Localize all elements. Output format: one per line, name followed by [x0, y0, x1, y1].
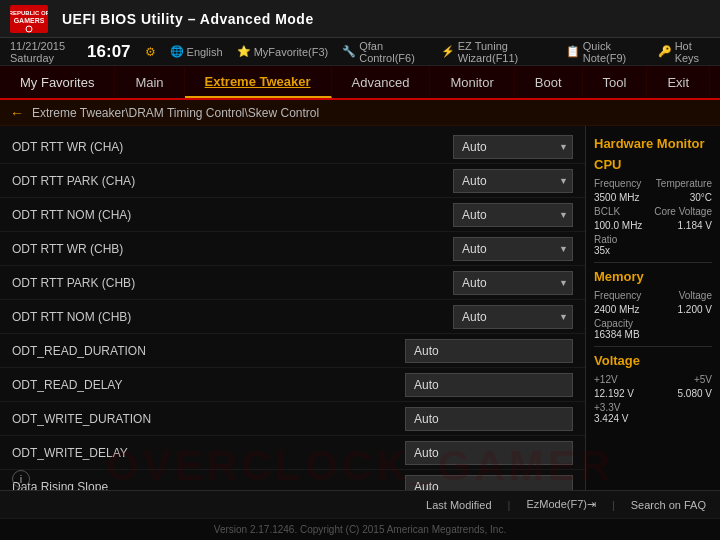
odt-read-delay-label: ODT_READ_DELAY — [12, 378, 405, 392]
odt-write-delay-value — [405, 441, 573, 465]
info-icon[interactable]: i — [12, 470, 30, 488]
cpu-ratio-row: Ratio 35x — [594, 234, 712, 256]
eztuning-label: EZ Tuning Wizard(F11) — [458, 40, 552, 64]
tab-boot[interactable]: Boot — [515, 66, 583, 98]
odt-rtt-wr-chb-select[interactable]: Auto — [453, 237, 573, 261]
hw-divider-1 — [594, 262, 712, 263]
voltage-12v-value: 12.192 V — [594, 388, 634, 399]
language-icon: 🌐 — [170, 45, 184, 58]
odt-rtt-park-chb-select[interactable]: Auto — [453, 271, 573, 295]
nav-tabs: My Favorites Main Extreme Tweaker Advanc… — [0, 66, 720, 100]
voltage-5v-value: 5.080 V — [678, 388, 712, 399]
cpu-corevoltage-label: Core Voltage — [654, 206, 712, 217]
breadcrumb: ← Extreme Tweaker\DRAM Timing Control\Sk… — [0, 100, 720, 126]
voltage-33v-label: +3.3V — [594, 402, 712, 413]
cpu-frequency-value-row: 3500 MHz 30°C — [594, 192, 712, 203]
voltage-33v-value: 3.424 V — [594, 413, 712, 424]
main-layout: ODT RTT WR (CHA) Auto ODT RTT PARK (CHA)… — [0, 126, 720, 490]
list-item: ODT_READ_DURATION — [0, 334, 585, 368]
data-rising-slope-label: Data Rising Slope — [12, 480, 405, 491]
toolbar-hotkeys[interactable]: 🔑 Hot Keys — [658, 40, 710, 64]
mem-capacity-value: 16384 MB — [594, 329, 712, 340]
cpu-bclk-value: 100.0 MHz — [594, 220, 642, 231]
mem-voltage-label: Voltage — [679, 290, 712, 301]
odt-write-delay-label: ODT_WRITE_DELAY — [12, 446, 405, 460]
cpu-section-title: CPU — [594, 157, 712, 172]
voltage-5v-label: +5V — [694, 374, 712, 385]
odt-rtt-park-cha-label: ODT RTT PARK (CHA) — [12, 174, 453, 188]
tab-myfavorites[interactable]: My Favorites — [0, 66, 115, 98]
cpu-frequency-row: Frequency Temperature — [594, 178, 712, 189]
cpu-frequency-value: 3500 MHz — [594, 192, 640, 203]
odt-write-duration-value — [405, 407, 573, 431]
toolbar: 11/21/2015 Saturday 16:07 ⚙ 🌐 English ⭐ … — [0, 38, 720, 66]
toolbar-language[interactable]: 🌐 English — [170, 45, 223, 58]
back-arrow-icon[interactable]: ← — [10, 105, 24, 121]
mem-frequency-value: 2400 MHz — [594, 304, 640, 315]
voltage-section-title: Voltage — [594, 353, 712, 368]
tab-tool[interactable]: Tool — [583, 66, 648, 98]
tab-main[interactable]: Main — [115, 66, 184, 98]
qfan-icon: 🔧 — [342, 45, 356, 58]
list-item: ODT_WRITE_DELAY — [0, 436, 585, 470]
cpu-ratio-label: Ratio — [594, 234, 712, 245]
mem-voltage-value: 1.200 V — [678, 304, 712, 315]
odt-rtt-nom-chb-value: Auto — [453, 305, 573, 329]
settings-panel: ODT RTT WR (CHA) Auto ODT RTT PARK (CHA)… — [0, 126, 585, 490]
ezmode-button[interactable]: EzMode(F7)⇥ — [526, 498, 596, 511]
list-item: ODT_READ_DELAY — [0, 368, 585, 402]
odt-rtt-wr-chb-label: ODT RTT WR (CHB) — [12, 242, 453, 256]
odt-write-delay-input[interactable] — [405, 441, 573, 465]
data-rising-slope-value — [405, 475, 573, 491]
odt-rtt-nom-cha-select[interactable]: Auto — [453, 203, 573, 227]
odt-write-duration-label: ODT_WRITE_DURATION — [12, 412, 405, 426]
favorite-icon: ⭐ — [237, 45, 251, 58]
odt-rtt-nom-chb-select[interactable]: Auto — [453, 305, 573, 329]
voltage-12v-row: +12V +5V — [594, 374, 712, 385]
voltage-12v-value-row: 12.192 V 5.080 V — [594, 388, 712, 399]
status-bar: Last Modified | EzMode(F7)⇥ | Search on … — [0, 490, 720, 518]
odt-rtt-nom-cha-label: ODT RTT NOM (CHA) — [12, 208, 453, 222]
tab-exit[interactable]: Exit — [647, 66, 710, 98]
gear-icon[interactable]: ⚙ — [145, 45, 156, 59]
odt-rtt-nom-chb-label: ODT RTT NOM (CHB) — [12, 310, 453, 324]
mem-frequency-label: Frequency — [594, 290, 641, 301]
toolbar-eztuning[interactable]: ⚡ EZ Tuning Wizard(F11) — [441, 40, 552, 64]
data-rising-slope-input[interactable] — [405, 475, 573, 491]
toolbar-myfavorite[interactable]: ⭐ MyFavorite(F3) — [237, 45, 329, 58]
list-item: ODT_WRITE_DURATION — [0, 402, 585, 436]
toolbar-qfan[interactable]: 🔧 Qfan Control(F6) — [342, 40, 427, 64]
odt-rtt-wr-cha-label: ODT RTT WR (CHA) — [12, 140, 453, 154]
mem-frequency-value-row: 2400 MHz 1.200 V — [594, 304, 712, 315]
odt-write-duration-input[interactable] — [405, 407, 573, 431]
odt-read-duration-value — [405, 339, 573, 363]
odt-rtt-wr-cha-select[interactable]: Auto — [453, 135, 573, 159]
odt-read-duration-input[interactable] — [405, 339, 573, 363]
mem-capacity-label: Capacity — [594, 318, 712, 329]
cpu-temperature-label: Temperature — [656, 178, 712, 189]
toolbar-quicknote[interactable]: 📋 Quick Note(F9) — [566, 40, 644, 64]
hw-monitor-title: Hardware Monitor — [594, 136, 712, 151]
list-item: ODT RTT NOM (CHB) Auto — [0, 300, 585, 334]
odt-rtt-park-chb-value: Auto — [453, 271, 573, 295]
hotkeys-icon: 🔑 — [658, 45, 672, 58]
odt-rtt-wr-cha-value: Auto — [453, 135, 573, 159]
favorite-label: MyFavorite(F3) — [254, 46, 329, 58]
search-faq-button[interactable]: Search on FAQ — [631, 499, 706, 511]
odt-rtt-park-cha-select[interactable]: Auto — [453, 169, 573, 193]
tab-extreme-tweaker[interactable]: Extreme Tweaker — [185, 66, 332, 98]
voltage-12v-label: +12V — [594, 374, 618, 385]
quicknote-label: Quick Note(F9) — [583, 40, 644, 64]
footer-text: Version 2.17.1246. Copyright (C) 2015 Am… — [214, 524, 506, 535]
odt-read-delay-input[interactable] — [405, 373, 573, 397]
hotkeys-label: Hot Keys — [675, 40, 710, 64]
tab-monitor[interactable]: Monitor — [430, 66, 514, 98]
eztuning-icon: ⚡ — [441, 45, 455, 58]
odt-rtt-park-chb-label: ODT RTT PARK (CHB) — [12, 276, 453, 290]
tab-advanced[interactable]: Advanced — [332, 66, 431, 98]
hw-divider-2 — [594, 346, 712, 347]
list-item: ODT RTT PARK (CHB) Auto — [0, 266, 585, 300]
language-label: English — [187, 46, 223, 58]
cpu-bclk-value-row: 100.0 MHz 1.184 V — [594, 220, 712, 231]
toolbar-datetime: 11/21/2015 Saturday — [10, 40, 65, 64]
